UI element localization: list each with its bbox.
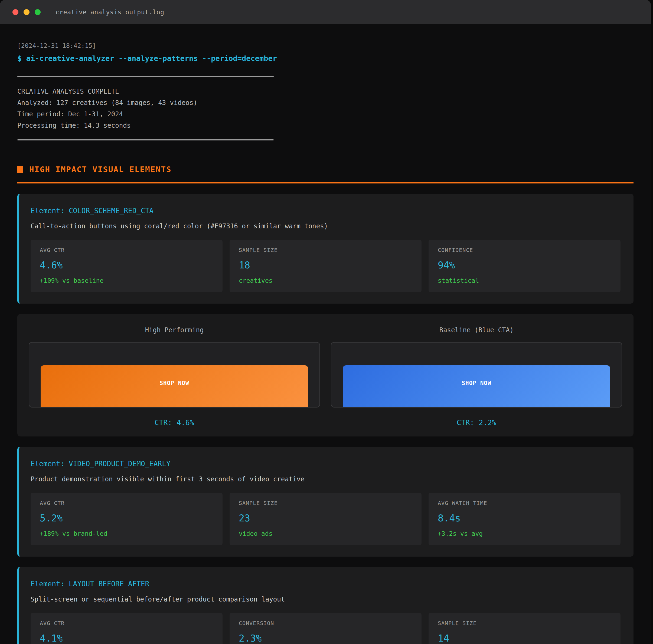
metric-value: 5.2% [40, 513, 213, 524]
metric-label: SAMPLE SIZE [239, 247, 412, 253]
element-description: Call-to-action buttons using coral/red c… [31, 222, 621, 230]
metric-value: 94% [438, 260, 611, 271]
log-content: [2024-12-31 18:42:15] $ ai-creative-anal… [0, 24, 651, 644]
metric-box: CONFIDENCE 94% statistical [429, 240, 621, 292]
variant-baseline: Baseline (Blue CTA) SHOP NOW CTR: 2.2% [331, 326, 622, 427]
metric-label: CONVERSION [239, 620, 412, 626]
metric-value: 14 [438, 633, 611, 644]
element-label: Element: [31, 580, 65, 588]
metric-subtext: creatives [239, 277, 412, 284]
metric-subtext: +3.2s vs avg [438, 530, 611, 537]
element-description: Product demonstration visible within fir… [31, 475, 621, 483]
creative-preview-frame: SHOP NOW [331, 342, 622, 407]
metric-value: 4.6% [40, 260, 213, 271]
close-button[interactable] [13, 9, 18, 15]
creative-preview-frame: SHOP NOW [29, 342, 320, 407]
divider [17, 76, 274, 77]
metrics-row: AVG CTR 4.1% +86% vs single shot CONVERS… [31, 613, 621, 644]
metric-subtext: statistical [438, 277, 611, 284]
summary-line: Processing time: 14.3 seconds [17, 120, 633, 131]
command-line: $ ai-creative-analyzer --analyze-pattern… [17, 54, 633, 63]
metrics-row: AVG CTR 5.2% +189% vs brand-led SAMPLE S… [31, 493, 621, 545]
terminal-window: creative_analysis_output.log [2024-12-31… [0, 0, 651, 644]
zoom-button[interactable] [35, 9, 41, 15]
metric-label: CONFIDENCE [438, 247, 611, 253]
variant-title: High Performing [29, 326, 320, 334]
element-card: Element: COLOR_SCHEME_RED_CTA Call-to-ac… [17, 194, 633, 304]
shop-now-button-blue[interactable]: SHOP NOW [343, 365, 610, 407]
metric-label: SAMPLE SIZE [239, 500, 412, 506]
element-title: Element: LAYOUT_BEFORE_AFTER [31, 580, 621, 588]
shop-now-button-orange[interactable]: SHOP NOW [41, 365, 308, 407]
element-name: COLOR_SCHEME_RED_CTA [69, 207, 153, 215]
minimize-button[interactable] [24, 9, 29, 15]
element-title: Element: VIDEO_PRODUCT_DEMO_EARLY [31, 460, 621, 468]
element-name: VIDEO_PRODUCT_DEMO_EARLY [69, 460, 171, 468]
window-title: creative_analysis_output.log [55, 9, 164, 16]
metric-label: AVG CTR [40, 247, 213, 253]
variant-high-performing: High Performing SHOP NOW CTR: 4.6% [29, 326, 320, 427]
element-description: Split-screen or sequential before/after … [31, 596, 621, 603]
metric-subtext: video ads [239, 530, 412, 537]
element-name: LAYOUT_BEFORE_AFTER [69, 580, 149, 588]
log-timestamp: [2024-12-31 18:42:15] [17, 42, 633, 49]
metric-box: SAMPLE SIZE 23 video ads [229, 493, 421, 545]
element-label: Element: [31, 207, 65, 215]
metric-value: 8.4s [438, 513, 611, 524]
element-card: Element: LAYOUT_BEFORE_AFTER Split-scree… [17, 567, 633, 644]
summary-line: Analyzed: 127 creatives (84 images, 43 v… [17, 97, 633, 108]
element-title: Element: COLOR_SCHEME_RED_CTA [31, 207, 621, 215]
analysis-summary: CREATIVE ANALYSIS COMPLETE Analyzed: 127… [17, 86, 633, 131]
metric-box: AVG CTR 5.2% +189% vs brand-led [31, 493, 222, 545]
metric-value: 18 [239, 260, 412, 271]
summary-line: CREATIVE ANALYSIS COMPLETE [17, 86, 633, 97]
section-header: HIGH IMPACT VISUAL ELEMENTS [17, 165, 633, 174]
window-titlebar: creative_analysis_output.log [0, 0, 651, 24]
divider [17, 139, 274, 141]
cta-comparison-panel: High Performing SHOP NOW CTR: 4.6% Basel… [17, 314, 633, 437]
section-marker-icon [17, 166, 23, 173]
metric-value: 2.3% [239, 633, 412, 644]
metric-value: 4.1% [40, 633, 213, 644]
metric-box: SAMPLE SIZE 18 creatives [229, 240, 421, 292]
element-label: Element: [31, 460, 65, 468]
metric-box: AVG CTR 4.1% +86% vs single shot [31, 613, 222, 644]
metric-label: SAMPLE SIZE [438, 620, 611, 626]
metric-box: AVG CTR 4.6% +109% vs baseline [31, 240, 222, 292]
metric-label: AVG WATCH TIME [438, 500, 611, 506]
metric-subtext: +109% vs baseline [40, 277, 213, 284]
metric-label: AVG CTR [40, 500, 213, 506]
section-rule [17, 182, 633, 183]
element-card: Element: VIDEO_PRODUCT_DEMO_EARLY Produc… [17, 447, 633, 556]
ctr-label: CTR: 2.2% [331, 418, 622, 427]
ctr-label: CTR: 4.6% [29, 418, 320, 427]
metric-value: 23 [239, 513, 412, 524]
metric-box: CONVERSION 2.3% +77% vs avg [229, 613, 421, 644]
metric-subtext: +189% vs brand-led [40, 530, 213, 537]
metric-box: SAMPLE SIZE 14 creatives [429, 613, 621, 644]
summary-line: Time period: Dec 1-31, 2024 [17, 108, 633, 120]
metrics-row: AVG CTR 4.6% +109% vs baseline SAMPLE SI… [31, 240, 621, 292]
variant-title: Baseline (Blue CTA) [331, 326, 622, 334]
section-title: HIGH IMPACT VISUAL ELEMENTS [29, 165, 171, 174]
metric-box: AVG WATCH TIME 8.4s +3.2s vs avg [429, 493, 621, 545]
metric-label: AVG CTR [40, 620, 213, 626]
